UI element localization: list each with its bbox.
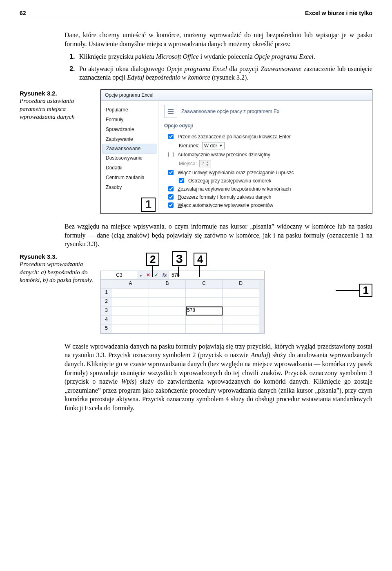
- select-all-corner[interactable]: [101, 280, 112, 289]
- row-header-4[interactable]: 4: [101, 315, 112, 324]
- figure-desc: Procedura ustawiania parametru miejsca w…: [20, 98, 75, 120]
- opt-rozszerz-formaty[interactable]: Rozszerz formaty i formuły zakresu danyc…: [164, 193, 372, 201]
- intro-paragraph: Dane, które chcemy umieścić w komórce, m…: [20, 31, 372, 48]
- excel-options-dialog: Opcje programu Excel Popularne Formuły S…: [100, 89, 372, 214]
- mid-paragraph: Bez względu na miejsce wpisywania, o czy…: [20, 222, 372, 249]
- row-header-1[interactable]: 1: [101, 289, 112, 298]
- chevron-down-icon: ▼: [219, 144, 223, 148]
- figure-3-3: Rysunek 3.3. Procedura wprowadzania dany…: [20, 253, 372, 334]
- formula-bar-figure: 2 3 4 1 C3 ▼ ✕ ✓ fx 578: [100, 253, 372, 334]
- svg-rect-1: [168, 111, 174, 112]
- col-header-d[interactable]: D: [223, 280, 259, 289]
- figure-3-2: Rysunek 3.2. Procedura ustawiania parame…: [20, 89, 372, 214]
- cell[interactable]: [223, 298, 259, 307]
- opt-auto-przecinek[interactable]: Automatycznie wstaw przecinek dziesiętny: [164, 151, 372, 159]
- cell[interactable]: [112, 324, 149, 333]
- cell[interactable]: [112, 307, 149, 315]
- opt-wlacz-procenty[interactable]: Włącz automatyczne wpisywanie procentów: [164, 201, 372, 209]
- checkbox-icon[interactable]: [168, 202, 174, 208]
- cell[interactable]: [186, 298, 223, 307]
- nav-zasoby[interactable]: Zasoby: [101, 182, 158, 192]
- opt-ostrzegaj[interactable]: Ostrzegaj przy zastępowaniu komórek: [164, 177, 372, 185]
- step-2: Po aktywacji okna dialogowego Opcje prog…: [77, 64, 372, 82]
- callout-2: 2: [146, 253, 159, 266]
- checkbox-icon[interactable]: [168, 134, 174, 139]
- checkbox-icon[interactable]: [179, 178, 184, 183]
- opt-uchwyt-wypelniania[interactable]: Włącz uchwyt wypełniania oraz przeciągan…: [164, 169, 372, 177]
- nav-dodatki[interactable]: Dodatki: [101, 163, 158, 173]
- callout-line: [152, 266, 153, 277]
- col-header-a[interactable]: A: [112, 280, 149, 289]
- cell[interactable]: [223, 315, 259, 324]
- options-icon: [164, 105, 177, 118]
- figure-label: Rysunek 3.3.: [20, 253, 93, 261]
- checkbox-icon[interactable]: [168, 170, 174, 175]
- cell[interactable]: [149, 289, 186, 298]
- nav-formuly[interactable]: Formuły: [101, 115, 158, 124]
- cell[interactable]: [149, 298, 186, 307]
- nav-sprawdzanie[interactable]: Sprawdzanie: [101, 124, 158, 134]
- callout-1: 1: [141, 198, 156, 212]
- formula-input[interactable]: 578: [169, 271, 264, 279]
- cell[interactable]: [186, 315, 223, 324]
- end-paragraph: W czasie wprowadzania danych na pasku fo…: [20, 342, 372, 413]
- row-header-2[interactable]: 2: [101, 298, 112, 307]
- row-header-3[interactable]: 3: [101, 307, 112, 315]
- checkbox-icon[interactable]: [168, 152, 174, 157]
- page-header: 62 Excel w biurze i nie tylko: [20, 10, 372, 19]
- cell[interactable]: [112, 289, 149, 298]
- miejsca-spinner: 2 ▲▼: [199, 160, 211, 167]
- enter-button[interactable]: ✓: [152, 271, 160, 279]
- svg-rect-0: [168, 109, 174, 110]
- svg-rect-2: [168, 113, 174, 114]
- cell[interactable]: [149, 307, 186, 315]
- dialog-nav: Popularne Formuły Sprawdzanie Zapisywani…: [101, 101, 158, 213]
- insert-function-button[interactable]: fx: [160, 271, 169, 279]
- callout-3: 3: [172, 251, 187, 266]
- options-header-text: Zaawansowane opcje pracy z programem Ex: [181, 109, 279, 114]
- cell[interactable]: [112, 298, 149, 307]
- cell-c3-active[interactable]: 578: [186, 307, 223, 315]
- nav-dostosowywanie[interactable]: Dostosowywanie: [101, 153, 158, 163]
- checkbox-icon[interactable]: [168, 194, 174, 200]
- name-box-dropdown[interactable]: ▼: [138, 272, 144, 278]
- callout-1b: 1: [359, 284, 372, 297]
- cell[interactable]: [223, 307, 259, 315]
- kierunek-combo[interactable]: W dół ▼: [202, 142, 225, 149]
- section-opcje-edycji: Opcje edycji: [164, 123, 372, 129]
- callout-line: [336, 290, 360, 291]
- callout-4: 4: [194, 253, 207, 266]
- opt-zezwalaj-edytowanie[interactable]: Zezwalaj na edytowanie bezpośrednio w ko…: [164, 185, 372, 193]
- cell[interactable]: [223, 289, 259, 298]
- book-title: Excel w biurze i nie tylko: [305, 10, 372, 16]
- cell[interactable]: [149, 324, 186, 333]
- formula-bar: C3 ▼ ✕ ✓ fx 578 A B C D 1 2: [100, 271, 265, 334]
- dialog-title: Opcje programu Excel: [101, 90, 372, 101]
- steps-list: Kliknięcie przycisku pakietu Microsoft O…: [20, 52, 372, 82]
- cancel-button[interactable]: ✕: [144, 271, 152, 279]
- cell[interactable]: [223, 324, 259, 333]
- cell[interactable]: [149, 315, 186, 324]
- options-header: Zaawansowane opcje pracy z programem Ex: [164, 105, 372, 118]
- callout-line: [178, 267, 179, 276]
- callout-line: [199, 266, 200, 277]
- spinner-arrows-icon: ▲▼: [206, 161, 209, 167]
- nav-popularne[interactable]: Popularne: [101, 105, 158, 115]
- nav-centrum-zaufania[interactable]: Centrum zaufania: [101, 173, 158, 182]
- cell[interactable]: [112, 315, 149, 324]
- opt-kierunek: Kierunek: W dół ▼: [164, 141, 372, 151]
- step-1: Kliknięcie przycisku pakietu Microsoft O…: [77, 52, 372, 61]
- nav-zapisywanie[interactable]: Zapisywanie: [101, 134, 158, 144]
- col-header-b[interactable]: B: [149, 280, 186, 289]
- opt-miejsca: Miejsca: 2 ▲▼: [164, 159, 372, 169]
- page-number: 62: [20, 10, 26, 16]
- cell[interactable]: [186, 289, 223, 298]
- row-header-5[interactable]: 5: [101, 324, 112, 333]
- nav-zaawansowane[interactable]: Zaawansowane: [102, 144, 156, 153]
- checkbox-icon[interactable]: [168, 186, 174, 191]
- cell[interactable]: [186, 324, 223, 333]
- opt-przenies-zaznaczenie[interactable]: Przenieś zaznaczenie po naciśnięciu klaw…: [164, 133, 372, 141]
- col-header-c[interactable]: C: [186, 280, 223, 289]
- worksheet-grid: A B C D 1 2 3578 4 5: [101, 280, 264, 333]
- name-box[interactable]: C3: [101, 271, 138, 279]
